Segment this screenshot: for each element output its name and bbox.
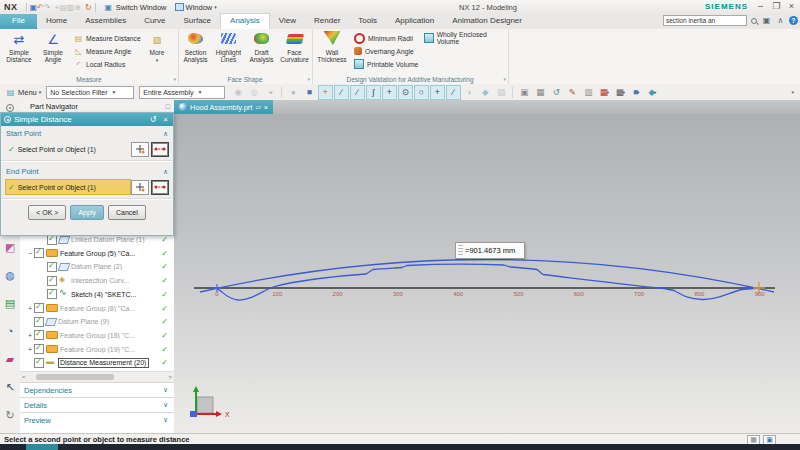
refresh-icon[interactable]: ↺ [549, 85, 564, 100]
simple-angle-button[interactable]: ∠ Simple Angle [36, 31, 70, 73]
checkbox-checked-icon[interactable] [34, 248, 44, 258]
tree-item[interactable]: +Feature Group (19) "C...✓ [20, 343, 174, 356]
simple-distance-button[interactable]: ⇄ Simple Distance [2, 31, 36, 73]
window-menu-button[interactable]: Window ▾ [171, 3, 221, 12]
annotate-icon[interactable]: ✎ [565, 85, 580, 100]
scroll-left-arrow[interactable]: < [20, 374, 28, 380]
minimum-radii-button[interactable]: Minimum Radii [354, 32, 413, 44]
selection-filter-combo[interactable]: No Selection Filter ▼ [46, 86, 134, 99]
group-dialog-launcher[interactable]: ▾ [173, 76, 176, 82]
more-button[interactable]: ▨ More ▾ [142, 31, 172, 73]
face-curvature-button[interactable]: Face Curvature [278, 31, 311, 73]
menu-button[interactable]: ▤ Menu ▾ [0, 88, 46, 97]
expander-icon[interactable]: − [26, 250, 34, 257]
measure-point-button[interactable] [151, 180, 169, 195]
tab-curve[interactable]: Curve [135, 14, 174, 29]
tab-animation-designer[interactable]: Animation Designer [443, 14, 531, 29]
snap-tangent-icon[interactable]: ∕ [446, 85, 461, 100]
drag-handle[interactable] [458, 245, 463, 256]
horizontal-scrollbar[interactable]: < > [20, 371, 174, 382]
copy-icon[interactable]: ▤ [59, 3, 67, 12]
tree-item[interactable]: Distance Measurement (20)✓ [20, 356, 174, 369]
restore-button[interactable]: ❐ [769, 0, 784, 13]
snap-facet-icon[interactable]: ◆ [478, 85, 493, 100]
start-point-row[interactable]: ✓ Select Point or Object (1) [5, 141, 169, 157]
search-icon[interactable] [750, 17, 758, 25]
snap-midpoint-icon[interactable]: ∕ [350, 85, 365, 100]
snap-center-icon[interactable]: ⊙ [398, 85, 413, 100]
tree-item[interactable]: Datum Plane (9)✓ [20, 315, 174, 328]
highlight-lines-button[interactable]: Highlight Lines [212, 31, 245, 73]
tree-item[interactable]: Sketch (4) "SKETC...✓ [20, 288, 174, 301]
checkbox-checked-icon[interactable] [47, 276, 57, 286]
command-search-input[interactable] [663, 15, 747, 26]
dialog-reset-icon[interactable]: ↺ [148, 115, 159, 124]
work-plane-icon[interactable]: ■ [302, 85, 317, 100]
snap-mesh-icon[interactable]: ▤ [494, 85, 509, 100]
scrollbar-thumb[interactable] [36, 374, 114, 380]
overhang-angle-button[interactable]: Overhang Angle [354, 45, 414, 57]
tab-analysis[interactable]: Analysis [220, 13, 270, 29]
printable-volume-button[interactable]: Printable Volume [354, 58, 418, 70]
local-radius-button[interactable]: ◜ Local Radius [74, 58, 125, 70]
tree-item[interactable]: +Feature Group (8) "Ca...✓ [20, 302, 174, 315]
checkbox-checked-icon[interactable] [34, 344, 44, 354]
tree-item[interactable]: Intersection Curv...✓ [20, 274, 174, 287]
tab-tools[interactable]: Tools [349, 14, 386, 29]
redo-icon[interactable]: ↷ [44, 3, 51, 12]
checkbox-checked-icon[interactable] [34, 317, 44, 327]
section-analysis-button[interactable]: Section Analysis [179, 31, 212, 73]
snap-circle-icon[interactable]: ○ [414, 85, 429, 100]
expander-icon[interactable]: + [26, 346, 34, 353]
draft-analysis-button[interactable]: Draft Analysis [245, 31, 278, 73]
palette-icon[interactable]: ▰ [3, 352, 17, 366]
save-icon[interactable]: ▣ [30, 3, 38, 12]
group-dialog-launcher[interactable]: ▾ [503, 76, 506, 82]
measure-point-button[interactable] [151, 142, 169, 157]
snap-face-icon[interactable]: ◗ [462, 85, 477, 100]
snap-point-dialog-icon[interactable]: ◉ [231, 85, 246, 100]
snap-pole-icon[interactable]: + [382, 85, 397, 100]
checkbox-checked-icon[interactable] [47, 235, 57, 245]
minimize-ribbon-icon[interactable]: ∧ [775, 16, 786, 25]
tab-file[interactable]: File [0, 14, 37, 29]
effects-icon[interactable]: ◆▾ [645, 85, 660, 100]
checkbox-checked-icon[interactable] [47, 262, 57, 272]
measure-angle-button[interactable]: ◺ Measure Angle [74, 45, 131, 57]
toolbar-options-icon[interactable]: ▾ [791, 89, 794, 95]
roles-icon[interactable]: ◩ [3, 240, 17, 254]
file-navigator-icon[interactable]: ▤ [3, 296, 17, 310]
tab-view[interactable]: View [270, 14, 305, 29]
collapse-icon[interactable]: ∧ [163, 130, 168, 138]
selection-scope-combo[interactable]: Entire Assembly ▼ [139, 86, 225, 99]
switch-window-button[interactable]: ▣ Switch Window [99, 3, 171, 12]
end-point-row[interactable]: ✓ Select Point or Object (1) [5, 179, 169, 195]
select-rectangle-icon[interactable]: ▫▾ [263, 85, 278, 100]
snap-endpoint-icon[interactable]: ∕ [334, 85, 349, 100]
measurement-label[interactable]: =901.4673 mm [455, 242, 525, 259]
ok-button[interactable]: < OK > [28, 205, 66, 220]
export-image-icon[interactable]: ▦ [533, 85, 548, 100]
measure-distance-button[interactable]: ▤ Measure Distance [74, 32, 141, 44]
assembly-navigator-icon[interactable]: ◍ [3, 268, 17, 282]
help-icon[interactable]: ? [789, 16, 798, 25]
tree-item[interactable]: −Feature Group (5) "Ca...✓ [20, 247, 174, 260]
scroll-right-arrow[interactable]: > [166, 374, 174, 380]
dialog-header[interactable]: Simple Distance ↺ × [1, 113, 173, 126]
window-cascade-icon[interactable]: ▣ [517, 85, 532, 100]
snap-point-icon[interactable]: + [318, 85, 333, 100]
checkbox-checked-icon[interactable] [34, 330, 44, 340]
repeat-command-icon[interactable]: ↻ [85, 3, 92, 12]
section-dependencies[interactable]: Dependencies∨ [20, 382, 174, 397]
expander-icon[interactable]: + [26, 332, 34, 339]
point-dialog-button[interactable] [131, 180, 149, 195]
checkbox-checked-icon[interactable] [34, 303, 44, 313]
dialog-close-icon[interactable]: × [161, 115, 170, 124]
touch-icon[interactable]: ↖ [3, 380, 17, 394]
close-button[interactable]: × [784, 0, 799, 13]
checkbox-checked-icon[interactable] [34, 358, 44, 368]
tab-assemblies[interactable]: Assemblies [76, 14, 135, 29]
tab-application[interactable]: Application [386, 14, 443, 29]
snap-sphere-icon[interactable]: ◎ [247, 85, 262, 100]
cancel-button[interactable]: Cancel [108, 205, 146, 220]
